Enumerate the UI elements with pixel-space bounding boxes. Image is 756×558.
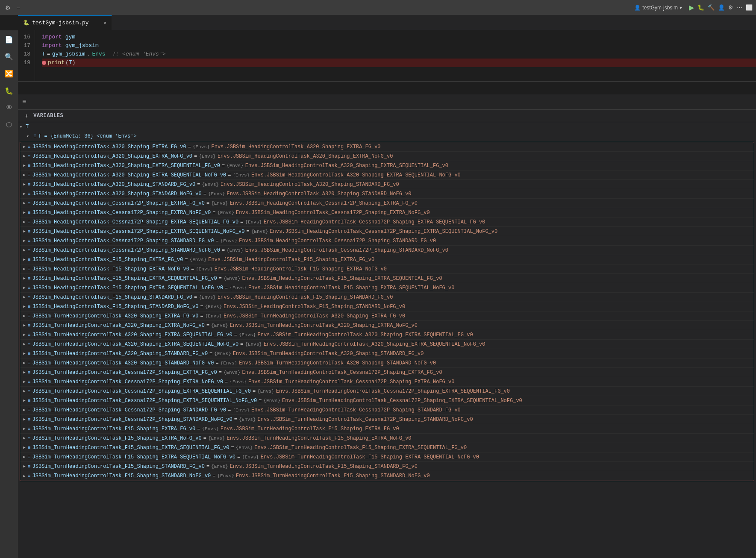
list-icon[interactable]: ≡ <box>22 98 26 106</box>
table-row[interactable]: ▶ ≡ JSBSim_TurnHeadingControlTask_F15_Sh… <box>20 452 754 462</box>
var-item-type: {Envs} <box>229 285 247 291</box>
chevron-right-icon: ▶ <box>22 426 27 431</box>
var-item-eq: = <box>203 435 206 441</box>
var-item-type: {Envs} <box>193 144 210 150</box>
table-row[interactable]: ▶ ≡ JSBSim_HeadingControlTask_A320_Shapi… <box>20 142 754 152</box>
var-item-icon: ≡ <box>28 398 31 403</box>
sidebar-debug-icon[interactable]: 🐛 <box>3 85 15 97</box>
table-row[interactable]: ▶ ≡ JSBSim_HeadingControlTask_F15_Shapin… <box>20 264 754 274</box>
table-row[interactable]: ▶ ≡ JSBSim_HeadingControlTask_A320_Shapi… <box>20 180 754 189</box>
var-item-type: {Envs} <box>257 389 274 394</box>
table-row[interactable]: ▶ ≡ JSBSim_TurnHeadingControlTask_F15_Sh… <box>20 462 754 471</box>
minus-button[interactable]: − <box>15 3 22 13</box>
chevron-right-icon: ▶ <box>22 248 27 253</box>
settings-button[interactable]: ⚙ <box>728 4 733 11</box>
envs-class: Envs <box>92 50 105 59</box>
var-item-value: Envs.JSBSim_HeadingControlTask_F15_Shapi… <box>218 294 393 300</box>
build-button[interactable]: 🔨 <box>708 4 715 11</box>
table-row[interactable]: ▶ ≡ JSBSim_HeadingControlTask_A320_Shapi… <box>20 161 754 170</box>
add-variable-button[interactable]: + <box>23 112 30 119</box>
sidebar-extensions-icon[interactable]: ⬡ <box>4 119 14 131</box>
table-row[interactable]: ▶ ≡ JSBSim_TurnHeadingControlTask_Cessna… <box>20 368 754 377</box>
profile-button[interactable]: 👤 testGym-jsbsim ▾ <box>631 4 685 12</box>
more-button[interactable]: ⋯ <box>737 4 742 11</box>
var-item-value: Envs.JSBSim_TurnHeadingControlTask_A320_… <box>258 332 473 338</box>
table-row[interactable]: ▶ ≡ JSBSim_HeadingControlTask_Cessna172P… <box>20 199 754 208</box>
sidebar-git-icon[interactable]: 🔀 <box>3 68 15 80</box>
table-row[interactable]: ▶ ≡ JSBSim_HeadingControlTask_Cessna172P… <box>20 208 754 217</box>
var-item-eq: = <box>188 144 191 150</box>
var-item-name: JSBSim_HeadingControlTask_A320_Shaping_S… <box>32 182 196 188</box>
table-row[interactable]: ▶ ≡ JSBSim_TurnHeadingControlTask_A320_S… <box>20 349 754 358</box>
table-row[interactable]: ▶ ≡ JSBSim_HeadingControlTask_F15_Shapin… <box>20 302 754 311</box>
var-item-icon: ≡ <box>28 210 31 215</box>
table-row[interactable]: ▶ ≡ JSBSim_HeadingControlTask_F15_Shapin… <box>20 293 754 302</box>
var-item-eq: = <box>206 323 209 329</box>
table-row[interactable]: ▶ ≡ JSBSim_TurnHeadingControlTask_A320_S… <box>20 330 754 340</box>
table-row[interactable]: ▶ ≡ JSBSim_HeadingControlTask_A320_Shapi… <box>20 152 754 161</box>
table-row[interactable]: ▶ ≡ JSBSim_TurnHeadingControlTask_F15_Sh… <box>20 471 754 481</box>
table-row[interactable]: ▶ ≡ JSBSim_HeadingControlTask_Cessna172P… <box>20 236 754 246</box>
run-button[interactable]: ▶ <box>689 3 694 12</box>
var-item-value: Envs.JSBSim_HeadingControlTask_A320_Shap… <box>221 182 399 188</box>
table-row[interactable]: ▶ ≡ JSBSim_HeadingControlTask_F15_Shapin… <box>20 255 754 264</box>
table-row[interactable]: ▶ ≡ JSBSim_TurnHeadingControlTask_A320_S… <box>20 340 754 349</box>
code-content[interactable]: import gym import gym_jsbsim T = gym_jsb… <box>35 30 756 81</box>
var-item-type: {Envs} <box>211 464 228 469</box>
code-line-17: import gym_jsbsim <box>42 41 756 50</box>
chevron-right-icon: ▶ <box>22 408 27 412</box>
var-item-eq: = <box>228 172 231 178</box>
code-line-18: T = gym_jsbsim . Envs T: <enum 'Envs'> <box>42 50 756 59</box>
profile-tools-button[interactable]: 👤 <box>718 4 725 11</box>
var-item-icon: ≡ <box>28 201 31 206</box>
table-row[interactable]: ▶ ≡ JSBSim_TurnHeadingControlTask_Cessna… <box>20 415 754 424</box>
table-row[interactable]: ▶ ≡ JSBSim_HeadingControlTask_Cessna172P… <box>20 246 754 255</box>
expand-button[interactable]: ⬜ <box>746 4 753 11</box>
sidebar-search-icon[interactable]: 🔍 <box>3 51 15 63</box>
table-row[interactable]: ▶ ≡ JSBSim_TurnHeadingControlTask_A320_S… <box>20 321 754 330</box>
table-row[interactable]: ▶ ≡ JSBSim_TurnHeadingControlTask_F15_Sh… <box>20 424 754 434</box>
var-item-icon: ≡ <box>28 220 31 225</box>
table-row[interactable]: ▶ ≡ JSBSim_TurnHeadingControlTask_Cessna… <box>20 396 754 405</box>
var-item-name: JSBSim_HeadingControlTask_F15_Shaping_ST… <box>32 294 192 300</box>
table-row[interactable]: ▶ ≡ JSBSim_TurnHeadingControlTask_F15_Sh… <box>20 434 754 443</box>
gear-button[interactable]: ⚙ <box>3 3 12 13</box>
tab-close-button[interactable]: × <box>103 21 106 26</box>
chevron-down-icon: ▾ <box>680 5 682 11</box>
var-item-icon: ≡ <box>28 191 31 197</box>
table-row[interactable]: ▶ ≡ JSBSim_TurnHeadingControlTask_Cessna… <box>20 377 754 387</box>
table-row[interactable]: ▶ ≡ JSBSim_TurnHeadingControlTask_A320_S… <box>20 358 754 368</box>
table-row[interactable]: ▶ ≡ JSBSim_TurnHeadingControlTask_Cessna… <box>20 405 754 415</box>
profile-icon: 👤 <box>634 5 641 11</box>
table-row[interactable]: ▶ ≡ JSBSim_HeadingControlTask_Cessna172P… <box>20 227 754 236</box>
table-row[interactable]: ▶ ≡ JSBSim_TurnHeadingControlTask_A320_S… <box>20 311 754 321</box>
debug-button[interactable]: 🐛 <box>697 4 704 11</box>
var-t-root[interactable]: ▾ T <box>18 122 756 132</box>
table-row[interactable]: ▶ ≡ JSBSim_HeadingControlTask_Cessna172P… <box>20 217 754 227</box>
table-row[interactable]: ▶ ≡ JSBSim_HeadingControlTask_F15_Shapin… <box>20 274 754 283</box>
sidebar-watch-icon[interactable]: 👁 <box>4 102 14 114</box>
var-item-value: Envs.JSBSim_HeadingControlTask_F15_Shapi… <box>208 257 374 263</box>
table-row[interactable]: ▶ ≡ JSBSim_TurnHeadingControlTask_Cessna… <box>20 387 754 396</box>
table-row[interactable]: ▶ ≡ JSBSim_HeadingControlTask_A320_Shapi… <box>20 170 754 180</box>
var-item-icon: ≡ <box>28 426 31 432</box>
var-item-eq: = <box>203 191 206 197</box>
var-item-name: JSBSim_HeadingControlTask_F15_Shaping_EX… <box>32 266 189 272</box>
var-item-value: Envs.JSBSim_HeadingControlTask_F15_Shapi… <box>242 276 442 282</box>
table-row[interactable]: ▶ ≡ JSBSim_TurnHeadingControlTask_F15_Sh… <box>20 443 754 452</box>
table-row[interactable]: ▶ ≡ JSBSim_HeadingControlTask_A320_Shapi… <box>20 189 754 199</box>
var-item-type: {Envs} <box>227 248 244 253</box>
var-item-type: {Envs} <box>251 229 268 234</box>
var-item-value: Envs.JSBSim_TurnHeadingControlTask_Cessn… <box>242 370 442 376</box>
active-tab[interactable]: 🐍 testGym-jsbsim.py × <box>18 15 112 30</box>
var-item-name: JSBSim_TurnHeadingControlTask_A320_Shapi… <box>32 332 232 338</box>
sidebar-explorer-icon[interactable]: 📄 <box>3 34 15 46</box>
chevron-right-icon: ▶ <box>22 182 27 187</box>
var-item-icon: ≡ <box>28 417 31 422</box>
table-row[interactable]: ▶ ≡ JSBSim_HeadingControlTask_F15_Shapin… <box>20 283 754 293</box>
enum-root-row[interactable]: ▾ ≡ T = {EnumMeta: 36} <enum 'Envs'> <box>18 132 756 141</box>
var-item-type: {Envs} <box>224 370 241 375</box>
var-item-type: {Envs} <box>199 154 216 159</box>
var-item-eq: = <box>191 266 194 272</box>
var-item-icon: ≡ <box>28 257 31 262</box>
